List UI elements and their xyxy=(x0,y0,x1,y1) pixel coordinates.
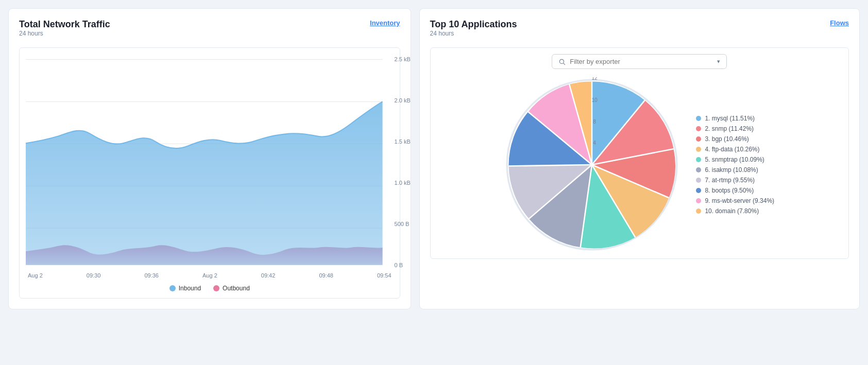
pie-legend-item: 3. bgp (10.46%) xyxy=(696,135,774,143)
pie-legend-dot xyxy=(696,178,701,183)
pie-section: 12 10 8 4 1. mysql (11.51%) 2. snmp (11.… xyxy=(437,77,842,252)
card-header-right: Top 10 Applications 24 hours Flows xyxy=(430,19,849,45)
pie-chart-svg: 12 10 8 4 xyxy=(504,77,679,252)
area-chart-wrap: 2.5 kB 2.0 kB 1.5 kB 1.0 kB 500 B 0 B xyxy=(26,54,394,270)
pie-legend-label: 10. domain (7.80%) xyxy=(705,207,759,215)
right-card-subtitle: 24 hours xyxy=(430,30,517,37)
network-traffic-card: Total Network Traffic 24 hours Inventory xyxy=(8,8,411,309)
card-header-left: Total Network Traffic 24 hours Inventory xyxy=(19,19,400,45)
inbound-area xyxy=(26,101,383,265)
inbound-label: Inbound xyxy=(179,285,201,292)
pie-chart-wrap: 12 10 8 4 xyxy=(504,77,679,252)
svg-point-6 xyxy=(560,59,564,63)
pie-legend-dot xyxy=(696,136,701,142)
inbound-dot xyxy=(169,285,176,291)
pie-legend-label: 4. ftp-data (10.26%) xyxy=(705,146,759,153)
pie-legend: 1. mysql (11.51%) 2. snmp (11.42%) 3. bg… xyxy=(696,115,774,215)
pie-legend-label: 3. bgp (10.46%) xyxy=(705,135,748,143)
filter-input[interactable] xyxy=(570,58,713,65)
pie-legend-dot xyxy=(696,157,701,162)
svg-text:8: 8 xyxy=(593,119,597,125)
pie-legend-item: 5. snmptrap (10.09%) xyxy=(696,156,774,163)
pie-legend-item: 2. snmp (11.42%) xyxy=(696,125,774,132)
inventory-link[interactable]: Inventory xyxy=(370,19,400,27)
svg-line-7 xyxy=(564,63,565,64)
flows-link[interactable]: Flows xyxy=(830,19,849,27)
left-card-subtitle: 24 hours xyxy=(19,30,110,37)
pie-legend-label: 1. mysql (11.51%) xyxy=(705,115,755,122)
pie-legend-label: 5. snmptrap (10.09%) xyxy=(705,156,764,163)
filter-bar: ▾ xyxy=(437,54,842,69)
pie-legend-item: 9. ms-wbt-server (9.34%) xyxy=(696,197,774,204)
area-chart-legend: Inbound Outbound xyxy=(26,285,394,292)
left-card-title: Total Network Traffic xyxy=(19,19,110,30)
pie-legend-label: 7. at-rtmp (9.55%) xyxy=(705,177,755,184)
pie-legend-item: 7. at-rtmp (9.55%) xyxy=(696,177,774,184)
legend-outbound: Outbound xyxy=(213,285,250,292)
pie-legend-dot xyxy=(696,208,701,214)
right-card-title: Top 10 Applications xyxy=(430,19,517,30)
chevron-down-icon: ▾ xyxy=(717,58,720,65)
svg-text:10: 10 xyxy=(592,97,598,103)
pie-legend-item: 8. bootps (9.50%) xyxy=(696,187,774,194)
filter-input-wrap[interactable]: ▾ xyxy=(552,54,727,69)
legend-inbound: Inbound xyxy=(169,285,201,292)
pie-legend-label: 9. ms-wbt-server (9.34%) xyxy=(705,197,774,204)
outbound-dot xyxy=(213,285,219,291)
area-chart-container: 2.5 kB 2.0 kB 1.5 kB 1.0 kB 500 B 0 B Au… xyxy=(19,47,400,299)
svg-text:12: 12 xyxy=(592,77,598,81)
pie-legend-label: 6. isakmp (10.08%) xyxy=(705,166,758,173)
pie-legend-dot xyxy=(696,116,701,121)
svg-text:4: 4 xyxy=(593,140,597,146)
pie-legend-item: 10. domain (7.80%) xyxy=(696,207,774,215)
search-icon xyxy=(558,58,566,65)
y-axis-labels: 2.5 kB 2.0 kB 1.5 kB 1.0 kB 500 B 0 B xyxy=(395,54,415,270)
area-chart-svg xyxy=(26,54,394,270)
x-axis-labels: Aug 2 09:30 09:36 Aug 2 09:42 09:48 09:5… xyxy=(26,272,394,279)
pie-legend-item: 4. ftp-data (10.26%) xyxy=(696,146,774,153)
pie-chart-container: ▾ xyxy=(430,47,849,259)
pie-legend-item: 6. isakmp (10.08%) xyxy=(696,166,774,173)
pie-legend-dot xyxy=(696,167,701,172)
dashboard: Total Network Traffic 24 hours Inventory xyxy=(8,8,860,309)
pie-legend-dot xyxy=(696,198,701,203)
pie-legend-dot xyxy=(696,126,701,131)
top-apps-card: Top 10 Applications 24 hours Flows ▾ xyxy=(419,8,860,309)
pie-legend-label: 2. snmp (11.42%) xyxy=(705,125,754,132)
outbound-label: Outbound xyxy=(223,285,250,292)
pie-legend-dot xyxy=(696,188,701,193)
pie-legend-label: 8. bootps (9.50%) xyxy=(705,187,754,194)
pie-legend-item: 1. mysql (11.51%) xyxy=(696,115,774,122)
pie-legend-dot xyxy=(696,147,701,152)
